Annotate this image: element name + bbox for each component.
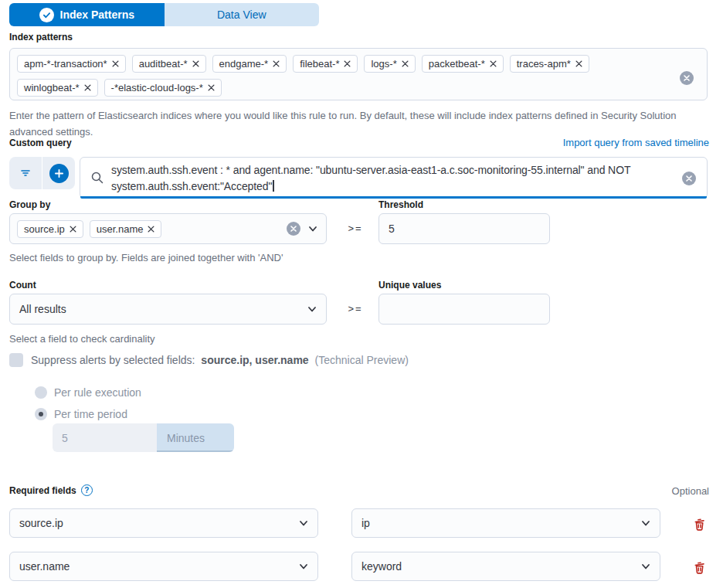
- remove-tag-icon[interactable]: [208, 84, 215, 91]
- group-by-tag: user.name: [90, 220, 162, 238]
- index-pattern-tag: winlogbeat-*: [17, 79, 98, 97]
- rule-definition-form: Index Patterns Data View Index patterns …: [0, 0, 723, 588]
- text-caret: [273, 180, 274, 192]
- delete-row-button[interactable]: [691, 515, 708, 532]
- index-patterns-help: Enter the pattern of Elasticsearch indic…: [9, 107, 683, 140]
- remove-tag-icon[interactable]: [148, 226, 154, 233]
- index-pattern-tag: -*elastic-cloud-logs-*: [104, 79, 222, 97]
- chevron-down-icon: [307, 304, 317, 314]
- count-select[interactable]: All results: [9, 294, 327, 325]
- count-select-value: All results: [19, 303, 66, 315]
- focus-underline: [80, 196, 707, 199]
- query-input[interactable]: system.auth.ssh.event : * and agent.name…: [80, 157, 708, 199]
- index-pattern-tag-label: winlogbeat-*: [24, 82, 80, 93]
- tab-data-view[interactable]: Data View: [165, 3, 320, 26]
- import-query-link[interactable]: Import query from saved timeline: [563, 137, 709, 148]
- suppress-duration-unit-value: Minutes: [167, 432, 205, 444]
- required-field-name-value: source.ip: [19, 517, 63, 529]
- index-pattern-tag-label: auditbeat-*: [139, 58, 188, 70]
- required-field-row: user.name keyword: [0, 552, 723, 581]
- tab-index-patterns-label: Index Patterns: [60, 8, 134, 21]
- index-pattern-tag-label: traces-apm*: [517, 58, 571, 70]
- unique-values-input[interactable]: [378, 294, 550, 325]
- group-by-label: Group by: [9, 199, 50, 210]
- trash-icon: [692, 560, 707, 575]
- suppress-duration-value: 5: [62, 432, 68, 444]
- remove-tag-icon[interactable]: [402, 60, 409, 67]
- remove-tag-icon[interactable]: [112, 60, 119, 67]
- group-by-tag-label: source.ip: [24, 223, 65, 235]
- required-fields-rows: source.ip ip user.name: [0, 508, 723, 588]
- radio-per-time-period[interactable]: [35, 408, 47, 420]
- index-patterns-combobox[interactable]: apm-*-transaction* auditbeat-* endgame-*…: [9, 48, 708, 100]
- chevron-down-icon: [298, 561, 309, 572]
- remove-tag-icon[interactable]: [344, 60, 351, 67]
- suppress-duration-unit-select[interactable]: Minutes: [157, 423, 234, 452]
- count-help: Select a field to check cardinality: [9, 331, 155, 347]
- threshold-value: 5: [389, 223, 395, 235]
- index-pattern-tag: endgame-*: [212, 55, 287, 73]
- remove-tag-icon[interactable]: [84, 84, 91, 91]
- required-field-type-select[interactable]: ip: [351, 508, 660, 538]
- threshold-input[interactable]: 5: [378, 213, 550, 244]
- suppress-alerts-checkbox[interactable]: [9, 353, 23, 367]
- help-question-icon[interactable]: ?: [81, 484, 93, 496]
- index-pattern-tag: apm-*-transaction*: [17, 55, 126, 73]
- index-pattern-tag: auditbeat-*: [132, 55, 206, 73]
- remove-tag-icon[interactable]: [490, 60, 497, 67]
- clear-group-by-icon[interactable]: [287, 222, 300, 236]
- required-field-type-value: ip: [362, 517, 370, 529]
- required-field-type-value: keyword: [362, 560, 402, 573]
- group-by-combobox[interactable]: source.ip user.name: [9, 213, 327, 244]
- index-pattern-tag-label: packetbeat-*: [429, 58, 485, 70]
- query-value: system.auth.ssh.event : * and agent.name…: [111, 162, 687, 195]
- filter-button[interactable]: [9, 157, 42, 189]
- trash-icon: [692, 517, 707, 532]
- custom-query-label: Custom query: [9, 138, 72, 148]
- chevron-down-icon: [640, 561, 651, 572]
- count-operator: >=: [338, 294, 373, 325]
- required-field-row: source.ip ip: [0, 508, 723, 538]
- required-field-name-select[interactable]: source.ip: [9, 508, 318, 538]
- index-pattern-tag-label: filebeat-*: [300, 58, 339, 70]
- suppress-fields: source.ip, user.name: [201, 354, 308, 366]
- clear-index-patterns-icon[interactable]: [680, 71, 694, 85]
- index-pattern-tag: filebeat-*: [293, 55, 358, 73]
- suppress-duration-group: 5 Minutes: [53, 423, 234, 452]
- technical-preview-badge: (Technical Preview): [315, 354, 409, 366]
- clear-query-icon[interactable]: [682, 172, 696, 185]
- tab-data-view-label: Data View: [217, 8, 266, 21]
- remove-tag-icon[interactable]: [575, 60, 582, 67]
- source-type-tab-group: Index Patterns Data View: [9, 3, 319, 26]
- radio-per-rule-execution-label: Per rule execution: [54, 386, 141, 399]
- index-pattern-tag: packetbeat-*: [422, 55, 504, 73]
- chevron-down-icon: [298, 518, 309, 529]
- remove-tag-icon[interactable]: [70, 226, 76, 233]
- suppress-alerts-text: Suppress alerts by selected fields: sour…: [31, 354, 409, 366]
- index-pattern-tag-label: endgame-*: [219, 58, 269, 70]
- group-by-operator: >=: [338, 213, 373, 244]
- suppress-prefix: Suppress alerts by selected fields:: [31, 354, 195, 366]
- required-field-name-value: user.name: [19, 560, 70, 573]
- index-pattern-tag: traces-apm*: [510, 55, 589, 73]
- required-field-name-select[interactable]: user.name: [9, 552, 318, 581]
- remove-tag-icon[interactable]: [273, 60, 280, 67]
- suppress-duration-input[interactable]: 5: [53, 423, 157, 452]
- chevron-down-icon[interactable]: [307, 223, 318, 234]
- tab-index-patterns[interactable]: Index Patterns: [9, 3, 165, 26]
- delete-row-button[interactable]: [691, 559, 708, 576]
- index-pattern-tag: logs-*: [364, 55, 415, 73]
- index-pattern-tag-label: -*elastic-cloud-logs-*: [111, 82, 203, 93]
- count-label: Count: [9, 280, 36, 291]
- required-fields-label: Required fields: [9, 485, 76, 496]
- index-pattern-tag-label: apm-*-transaction*: [24, 58, 107, 70]
- check-icon: [39, 8, 54, 22]
- filter-icon: [19, 167, 32, 179]
- required-field-type-select[interactable]: keyword: [351, 552, 660, 581]
- required-fields-header: Required fields ?: [9, 484, 93, 496]
- radio-per-rule-execution[interactable]: [35, 386, 47, 399]
- add-filter-button[interactable]: [42, 157, 75, 189]
- group-by-tag-label: user.name: [97, 223, 144, 235]
- remove-tag-icon[interactable]: [192, 60, 199, 67]
- search-icon: [90, 171, 104, 185]
